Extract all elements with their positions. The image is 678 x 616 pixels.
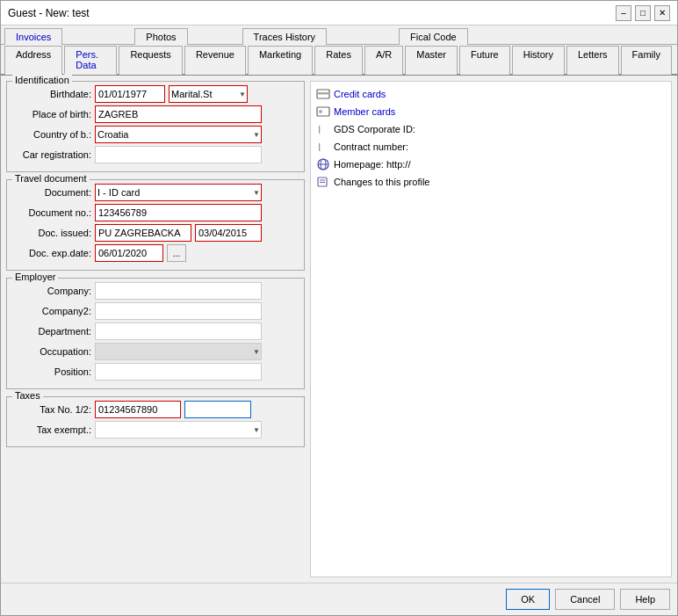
tab-row-1: Invoices Photos Traces History Fical Cod… [1,25,677,45]
department-row: Department: [12,322,299,340]
tab-marketing[interactable]: Marketing [248,46,313,75]
car-row: Car registration: [12,146,299,163]
expdate-browse-button[interactable]: ... [167,244,186,262]
occupation-label: Occupation: [12,346,91,357]
content-area: Identification Birthdate: Marital.St ▼ P… [1,76,677,583]
tab-photos[interactable]: Photos [134,28,187,45]
taxes-group: Taxes Tax No. 1/2: Tax exempt.: ▼ [6,396,305,447]
window-controls: – □ ✕ [616,5,670,21]
expdate-row: Doc. exp.date: ... [12,244,299,262]
position-row: Position: [12,363,299,380]
occupation-row: Occupation: ▼ [12,343,299,360]
employer-label: Employer [12,272,58,282]
tab-family[interactable]: Family [621,46,672,75]
taxno-input1[interactable] [95,401,181,418]
right-panel: Credit cards Member cards I GDS Corporat… [310,81,672,577]
help-button[interactable]: Help [620,589,670,610]
tab-ar[interactable]: A/R [364,46,403,75]
footer: OK Cancel Help [1,583,677,615]
minimize-button[interactable]: – [616,5,631,21]
contract-icon: I [316,140,330,154]
svg-rect-1 [317,92,329,95]
credit-cards-item: Credit cards [316,87,666,101]
department-input[interactable] [95,322,262,340]
homepage-item: Homepage: http:// [316,157,666,171]
document-label: Document: [12,187,91,198]
ok-button[interactable]: OK [506,589,550,610]
identification-label: Identification [12,75,72,85]
taxno-label: Tax No. 1/2: [12,404,91,415]
expdate-label: Doc. exp.date: [12,248,91,258]
svg-point-3 [319,110,322,113]
close-button[interactable]: ✕ [654,5,670,21]
company2-row: Company2: [12,302,299,320]
tab-requests[interactable]: Requests [119,46,182,75]
place-input[interactable] [95,105,262,123]
svg-text:I: I [318,141,321,154]
docno-row: Document no.: [12,204,299,221]
profile-changes-item: Changes to this profile [316,175,666,189]
tab-row-2: Address Pers. Data Requests Revenue Mark… [1,45,677,76]
tab-letters[interactable]: Letters [566,46,619,75]
birthdate-row: Birthdate: Marital.St ▼ [12,85,299,103]
expdate-input[interactable] [95,244,163,262]
member-cards-text[interactable]: Member cards [334,106,395,117]
taxes-label: Taxes [12,390,43,401]
tab-master[interactable]: Master [405,46,458,75]
occupation-select-wrapper: ▼ [95,343,262,360]
issued-row: Doc. issued: [12,224,299,242]
occupation-select[interactable] [95,343,262,360]
tab-traces-history[interactable]: Traces History [242,28,328,45]
tab-invoices[interactable]: Invoices [4,28,62,45]
profile-icon [316,175,330,189]
car-input[interactable] [95,146,262,163]
place-label: Place of birth: [12,109,91,120]
tab-revenue[interactable]: Revenue [184,46,246,75]
member-card-icon [316,105,330,119]
country-select[interactable]: Croatia [95,126,262,143]
country-row: Country of b.: Croatia ▼ [12,126,299,143]
employer-group: Employer Company: Company2: Department: … [6,278,305,389]
country-select-wrapper: Croatia ▼ [95,126,262,143]
issued-label: Doc. issued: [12,228,91,238]
exempt-row: Tax exempt.: ▼ [12,421,299,438]
tab-history[interactable]: History [512,46,565,75]
docno-input[interactable] [95,204,262,221]
tab-future[interactable]: Future [459,46,510,75]
position-input[interactable] [95,363,262,380]
member-cards-item: Member cards [316,105,666,119]
profile-changes-text: Changes to this profile [334,177,429,187]
company2-label: Company2: [12,306,91,316]
taxno-row: Tax No. 1/2: [12,401,299,418]
tab-fical-code[interactable]: Fical Code [399,28,468,45]
tab-rates[interactable]: Rates [314,46,363,75]
marital-select-wrapper: Marital.St ▼ [169,85,248,103]
document-select[interactable]: I - ID card [95,184,262,201]
tab-address[interactable]: Address [4,46,62,75]
document-row: Document: I - ID card ▼ [12,184,299,201]
exempt-select-wrapper: ▼ [95,421,262,438]
issued-date-input[interactable] [195,224,262,242]
maximize-button[interactable]: □ [635,5,651,21]
docno-label: Document no.: [12,207,91,218]
position-label: Position: [12,366,91,377]
marital-select[interactable]: Marital.St [169,85,248,103]
exempt-select[interactable] [95,421,262,438]
car-label: Car registration: [12,149,91,160]
contract-text: Contract number: [334,141,408,152]
window-title: Guest - New: test [8,7,90,19]
company-input[interactable] [95,282,262,300]
taxno-input2[interactable] [184,401,251,418]
birthdate-input[interactable] [95,85,165,103]
credit-cards-text[interactable]: Credit cards [334,89,386,99]
tab-pers-data[interactable]: Pers. Data [64,46,117,75]
svg-text:I: I [318,124,321,136]
homepage-text: Homepage: http:// [334,159,410,170]
company-row: Company: [12,282,299,300]
issued-input[interactable] [95,224,191,242]
company2-input[interactable] [95,302,262,320]
globe-icon [316,157,330,171]
cancel-button[interactable]: Cancel [555,589,615,610]
main-window: Guest - New: test – □ ✕ Invoices Photos … [0,0,678,616]
department-label: Department: [12,326,91,337]
